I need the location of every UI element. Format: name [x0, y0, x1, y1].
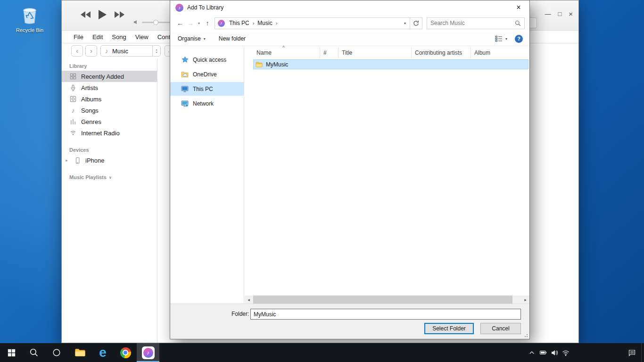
search-box[interactable]	[427, 17, 525, 29]
menu-view[interactable]: View	[135, 33, 149, 41]
scrollbar-track[interactable]	[253, 296, 521, 304]
dialog-titlebar[interactable]: ♪ Add To Library ×	[170, 0, 529, 15]
address-dropdown-icon[interactable]: ▾	[400, 21, 410, 25]
scroll-left-icon[interactable]: ◂	[245, 296, 253, 304]
itunes-sidebar: Library Recently Added Artists Albums	[62, 59, 157, 343]
select-folder-button[interactable]: Select Folder	[424, 323, 474, 334]
chrome-icon	[120, 347, 131, 358]
close-icon[interactable]: ×	[569, 10, 573, 18]
itunes-taskbar-button[interactable]: ♪	[137, 343, 159, 362]
artists-icon	[69, 84, 77, 91]
playback-controls	[81, 10, 124, 19]
column-number[interactable]: #	[320, 47, 339, 58]
menu-edit[interactable]: Edit	[92, 33, 103, 41]
fast-forward-button[interactable]	[114, 11, 124, 18]
search-input[interactable]	[430, 20, 515, 26]
nav-up-icon[interactable]: ↑	[202, 19, 213, 27]
column-contributing-artists[interactable]: Contributing artists	[412, 47, 471, 58]
sidebar-item-internet-radio[interactable]: Internet Radio	[62, 127, 157, 139]
file-name: MyMusic	[266, 61, 288, 68]
collapse-chevron-icon[interactable]: ∨	[109, 175, 112, 180]
forward-button[interactable]: ›	[85, 45, 97, 57]
cortana-icon	[52, 348, 61, 357]
chrome-button[interactable]	[114, 343, 137, 362]
column-album[interactable]: Album	[471, 47, 529, 58]
address-bar[interactable]: ♪ This PC › Music › ▾	[215, 17, 410, 29]
file-list-area: ^ Name # Title Contributing artists Albu…	[245, 46, 529, 304]
sidebar-item-recently-added[interactable]: Recently Added	[62, 71, 157, 82]
navpane-onedrive[interactable]: OneDrive	[170, 67, 244, 81]
navpane-this-pc[interactable]: This PC	[170, 82, 244, 96]
taskbar-search-button[interactable]	[23, 343, 45, 362]
nav-forward-icon[interactable]: →	[185, 19, 196, 27]
albums-icon	[69, 96, 77, 102]
column-name[interactable]: Name	[253, 47, 320, 58]
help-icon[interactable]: ?	[515, 35, 523, 43]
action-center-icon[interactable]	[622, 343, 641, 362]
itunes-icon: ♪	[142, 346, 155, 359]
file-explorer-button[interactable]	[69, 343, 91, 362]
file-explorer-icon	[75, 348, 85, 357]
dropdown-chevron-icon: ▾	[505, 37, 507, 41]
desktop: Recycle Bin	[0, 0, 644, 362]
sidebar-item-iphone[interactable]: ▸ iPhone	[62, 155, 157, 166]
itunes-window-controls: — □ ×	[545, 10, 573, 18]
nav-back-icon[interactable]: ←	[175, 19, 185, 27]
search-icon	[30, 348, 38, 357]
folder-name-input[interactable]	[250, 309, 521, 320]
system-tray	[526, 343, 644, 362]
cancel-button[interactable]: Cancel	[480, 323, 521, 334]
column-headers: ^ Name # Title Contributing artists Albu…	[253, 47, 529, 58]
back-button[interactable]: ‹	[71, 45, 83, 57]
play-button[interactable]	[99, 10, 107, 19]
hidden-icons-chevron-icon[interactable]	[526, 343, 537, 362]
menu-file[interactable]: File	[74, 33, 83, 41]
taskbar: e ♪	[0, 343, 644, 362]
breadcrumb-this-pc[interactable]: This PC	[227, 20, 251, 26]
nav-history-chevron-icon[interactable]: ▾	[196, 21, 202, 25]
file-row-mymusic[interactable]: MyMusic	[253, 59, 528, 69]
scroll-right-icon[interactable]: ▸	[521, 296, 529, 304]
speaker-icon[interactable]	[549, 343, 560, 362]
sidebar-item-artists[interactable]: Artists	[62, 82, 157, 93]
view-mode-button[interactable]: ▾	[495, 35, 507, 42]
edge-button[interactable]: e	[91, 343, 114, 362]
menu-song[interactable]: Song	[112, 33, 126, 41]
breadcrumb-separator-icon[interactable]: ›	[274, 20, 279, 26]
show-desktop-button[interactable]	[641, 343, 644, 362]
windows-logo-icon	[8, 349, 16, 357]
maximize-icon[interactable]: □	[558, 10, 561, 18]
dialog-close-icon[interactable]: ×	[508, 0, 529, 15]
star-icon	[181, 56, 189, 63]
places-navpane: Quick access OneDrive This PC	[170, 46, 244, 304]
resize-grip[interactable]	[523, 332, 528, 337]
sidebar-item-genres[interactable]: Genres	[62, 116, 157, 127]
sidebar-item-albums[interactable]: Albums	[62, 93, 157, 105]
column-title[interactable]: Title	[339, 47, 412, 58]
dialog-footer: Folder: Select Folder Cancel	[170, 304, 529, 339]
new-folder-button[interactable]: New folder	[219, 35, 246, 42]
wifi-icon[interactable]	[560, 343, 571, 362]
horizontal-scrollbar[interactable]: ◂ ▸	[245, 296, 529, 304]
navpane-quick-access[interactable]: Quick access	[170, 53, 244, 66]
rewind-button[interactable]	[81, 11, 91, 18]
scrollbar-thumb[interactable]	[253, 296, 512, 304]
breadcrumb-music[interactable]: Music	[256, 20, 274, 26]
genres-icon	[69, 118, 77, 125]
media-picker[interactable]: ♪ Music ▴▾	[100, 45, 161, 57]
recycle-bin-icon[interactable]: Recycle Bin	[13, 4, 46, 33]
music-playlists-header[interactable]: Music Playlists ∨	[62, 172, 157, 182]
sidebar-item-songs[interactable]: ♪ Songs	[62, 105, 157, 116]
organise-button[interactable]: Organise▾	[178, 35, 206, 42]
expand-chevron-icon[interactable]: ▸	[64, 158, 69, 163]
minimize-icon[interactable]: —	[545, 10, 551, 18]
refresh-button[interactable]	[410, 17, 422, 29]
breadcrumb-separator-icon[interactable]: ›	[251, 20, 256, 26]
cortana-button[interactable]	[45, 343, 68, 362]
volume-knob[interactable]	[153, 20, 158, 25]
navpane-network[interactable]: Network	[170, 97, 244, 110]
battery-icon[interactable]	[537, 343, 549, 362]
iphone-icon	[74, 157, 81, 164]
start-button[interactable]	[0, 343, 23, 362]
media-picker-spinner[interactable]: ▴▾	[152, 46, 160, 56]
